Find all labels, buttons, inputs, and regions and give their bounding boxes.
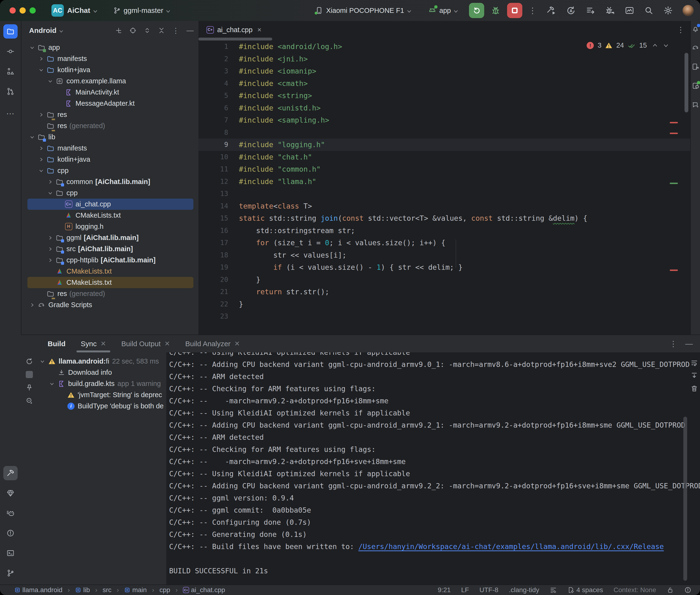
- chevron-collapsed-icon[interactable]: [46, 258, 55, 263]
- chevron-expanded-icon[interactable]: [37, 168, 46, 173]
- prev-problem-icon[interactable]: [652, 42, 658, 48]
- locate-file-icon[interactable]: [129, 27, 137, 34]
- breadcrumb-item[interactable]: main: [124, 586, 147, 594]
- build-window-title[interactable]: Build: [48, 340, 65, 348]
- soft-wrap-icon[interactable]: [691, 359, 698, 367]
- hide-panel-icon[interactable]: —: [187, 26, 194, 34]
- clear-console-icon[interactable]: [691, 385, 698, 392]
- running-devices-tool-button[interactable]: [692, 82, 699, 89]
- close-tab-icon[interactable]: ×: [257, 26, 261, 34]
- next-problem-icon[interactable]: [663, 42, 669, 48]
- stop-sync-icon[interactable]: [26, 371, 33, 378]
- profiler-icon[interactable]: [625, 6, 634, 15]
- build-tree-item[interactable]: iBuildType 'debug' is both de: [38, 400, 166, 412]
- breadcrumb-item[interactable]: C+ai_chat.cpp: [183, 586, 225, 594]
- tree-item-res[interactable]: res: [27, 109, 193, 120]
- build-tree-item[interactable]: build.gradle.ktsapp 1 warning: [38, 378, 166, 389]
- editor-tab[interactable]: C+ ai_chat.cpp ×: [204, 26, 264, 34]
- zoom-window-button[interactable]: [30, 7, 36, 13]
- tree-item-logging-h[interactable]: Hlogging.h: [27, 221, 193, 232]
- tab-build-analyzer[interactable]: Build Analyzer✕: [185, 335, 240, 352]
- pin-icon[interactable]: [26, 384, 33, 391]
- console-link[interactable]: /Users/hanyin/Workspace/ai-chat/examples…: [359, 542, 664, 551]
- tree-item-manifests[interactable]: manifests: [27, 53, 193, 64]
- vcs-branch-widget[interactable]: ggml-master: [113, 6, 173, 15]
- more-run-options-icon[interactable]: ⋮: [529, 6, 537, 15]
- expand-all-icon[interactable]: [144, 27, 151, 34]
- tree-item-ggml[interactable]: ggml [AiChat.lib.main]: [27, 232, 193, 243]
- tree-item-cmakelists-txt[interactable]: CMakeLists.txt: [27, 277, 193, 288]
- lock-icon[interactable]: [667, 587, 674, 594]
- tree-item-ai-chat-cpp[interactable]: C+ai_chat.cpp: [27, 199, 193, 210]
- chevron-expanded-icon[interactable]: [28, 45, 37, 50]
- tree-item-lib[interactable]: lib: [27, 132, 193, 143]
- chevron-expanded-icon[interactable]: [37, 67, 46, 73]
- resync-icon[interactable]: [26, 358, 33, 365]
- breadcrumb-item[interactable]: llama.android: [14, 586, 62, 594]
- encoding[interactable]: UTF-8: [479, 586, 498, 594]
- project-view-selector[interactable]: Android: [29, 26, 56, 34]
- collapse-all-icon[interactable]: [158, 27, 165, 34]
- build-options-icon[interactable]: ⋮: [670, 339, 677, 348]
- device-manager-tool-button[interactable]: [692, 63, 699, 70]
- breadcrumb-item[interactable]: src: [103, 586, 111, 594]
- debug-button[interactable]: [491, 6, 500, 15]
- alert-icon[interactable]: [684, 587, 692, 594]
- close-tab-icon[interactable]: ✕: [234, 340, 240, 348]
- chevron-collapsed-icon[interactable]: [28, 303, 37, 307]
- chevron-collapsed-icon[interactable]: [37, 56, 46, 61]
- tree-item-cmakelists-txt[interactable]: CMakeLists.txt: [27, 210, 193, 221]
- problems-tool-button[interactable]: [3, 526, 18, 540]
- tree-item-cpp-httplib[interactable]: cpp-httplib [AiChat.lib.main]: [27, 255, 193, 266]
- build-tree-item[interactable]: 'jvmTarget: String' is deprec: [38, 389, 166, 400]
- breadcrumb-item[interactable]: cpp: [159, 586, 170, 594]
- search-everywhere-icon[interactable]: [644, 6, 653, 15]
- project-name[interactable]: AiChat: [67, 6, 90, 15]
- clang-tidy[interactable]: .clang-tidy: [509, 586, 539, 594]
- tree-item-cpp[interactable]: cpp: [27, 165, 193, 176]
- editor-scrollbar[interactable]: [684, 53, 688, 112]
- build-tree-item[interactable]: Download info: [38, 367, 166, 378]
- build-tree-item[interactable]: llama.android: fi22 sec, 583 ms: [38, 356, 166, 367]
- chevron-expanded-icon[interactable]: [46, 191, 55, 196]
- gradle-tool-button[interactable]: [692, 44, 699, 51]
- sync-project-icon[interactable]: [566, 6, 576, 15]
- close-tab-icon[interactable]: ✕: [101, 340, 106, 348]
- chevron-collapsed-icon[interactable]: [46, 179, 55, 184]
- tree-item-kotlin-java[interactable]: kotlin+java: [27, 154, 193, 165]
- error-stripe-mark[interactable]: [670, 122, 678, 123]
- close-tab-icon[interactable]: ✕: [164, 340, 170, 348]
- tree-item-common[interactable]: common [AiChat.lib.main]: [27, 176, 193, 188]
- project-options-icon[interactable]: ⋮: [172, 26, 179, 35]
- tab-build-output[interactable]: Build Output✕: [121, 335, 170, 352]
- scroll-to-end-icon[interactable]: [691, 372, 698, 379]
- pull-requests-tool-button[interactable]: [3, 84, 18, 98]
- user-avatar[interactable]: [682, 5, 694, 16]
- code-editor[interactable]: 1#include <android/log.h>2#include <jni.…: [198, 38, 690, 335]
- tree-item-res[interactable]: res (generated): [27, 120, 193, 132]
- stop-button[interactable]: [507, 3, 522, 18]
- structure-tool-button[interactable]: [3, 64, 18, 79]
- chevron-collapsed-icon[interactable]: [37, 157, 46, 162]
- terminal-tool-button[interactable]: [3, 546, 18, 560]
- project-tool-button[interactable]: [3, 24, 18, 38]
- tree-item-cpp[interactable]: cpp: [27, 188, 193, 199]
- tab-sync[interactable]: Sync✕: [81, 335, 106, 352]
- chevron-collapsed-icon[interactable]: [37, 146, 46, 151]
- console-scrollbar[interactable]: [683, 417, 687, 581]
- tree-item-gradle-scripts[interactable]: Gradle Scripts: [27, 299, 193, 310]
- minimize-window-button[interactable]: [20, 7, 26, 13]
- tree-item-manifests[interactable]: manifests: [27, 143, 193, 154]
- close-window-button[interactable]: [9, 7, 16, 13]
- device-selector[interactable]: Xiaomi POCOPHONE F1: [315, 6, 414, 15]
- hide-build-panel-icon[interactable]: —: [685, 339, 693, 348]
- apply-changes-icon[interactable]: [586, 6, 595, 15]
- error-stripe-mark[interactable]: [670, 270, 678, 271]
- breadcrumb-item[interactable]: lib: [75, 586, 90, 594]
- line-ending[interactable]: LF: [461, 586, 469, 594]
- add-icon[interactable]: [115, 27, 122, 34]
- build-icon[interactable]: [547, 6, 556, 15]
- app-quality-insights-tool-button[interactable]: [3, 486, 18, 500]
- tree-item-kotlin-java[interactable]: kotlin+java: [27, 64, 193, 76]
- ok-stripe-mark[interactable]: [670, 182, 678, 184]
